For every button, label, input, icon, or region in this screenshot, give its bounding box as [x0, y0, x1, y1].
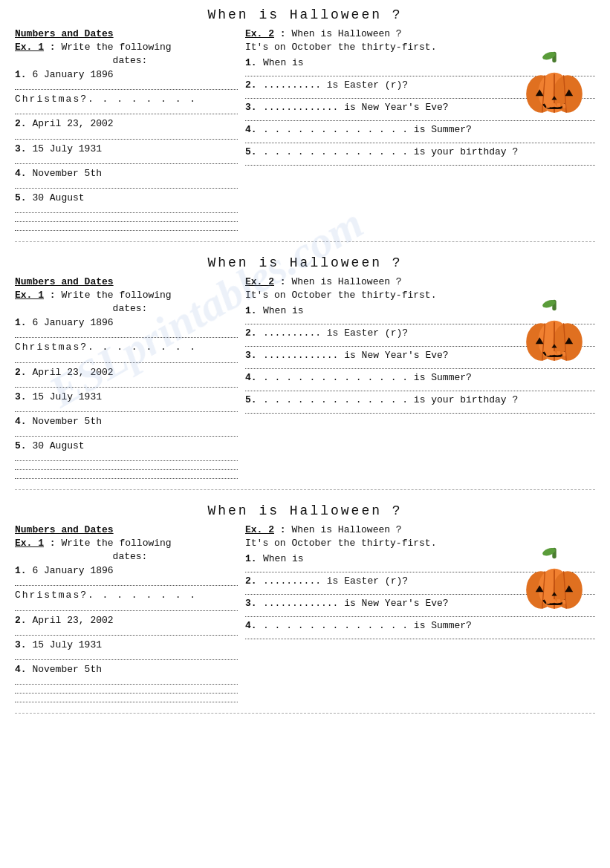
section-title: When is Halloween ? [15, 7, 595, 22]
dotted-line [15, 158, 238, 164]
section-2: When is Halloween ? Numbers and Dates Ex… [15, 255, 595, 490]
item-number: 4. [245, 124, 260, 135]
extra-text: Christmas?. . . . . . . . [15, 589, 238, 602]
item-number: 2. [245, 79, 260, 91]
ex2-label: Ex. 2 : When is Halloween ? [245, 276, 595, 287]
two-column-layout: Numbers and Dates Ex. 1 : Write the foll… [15, 276, 595, 482]
pumpkin-image [521, 298, 588, 375]
item-text: ............. is New Year's Eve? [263, 350, 449, 361]
list-item: 4. November 5th [15, 167, 238, 180]
dotted-line [15, 455, 238, 461]
svg-rect-41 [546, 600, 550, 604]
dotted-line [15, 580, 238, 586]
dotted-line [245, 137, 595, 143]
ex1-label: Ex. 1 : Write the following [15, 290, 238, 301]
item-text: . . . . . . . . . . . . . is your birthd… [263, 146, 518, 157]
numbers-dates-header: Numbers and Dates [15, 276, 238, 287]
list-item: 3. 15 July 1931 [15, 391, 238, 404]
pumpkin-image [521, 50, 588, 127]
list-item: 1. 6 January 1896 [15, 564, 238, 578]
item-text: . . . . . . . . . . . . . is Summer? [263, 124, 472, 135]
list-item: 5. 30 August [15, 440, 238, 453]
item-text: .......... is Easter (r)? [263, 575, 408, 587]
ex1-text: Write the following [61, 290, 171, 301]
dotted-line [15, 605, 238, 611]
extra-dotted [15, 216, 238, 222]
dotted-line [15, 332, 238, 338]
item-text: When is [263, 553, 304, 564]
list-item: 5. 30 August [15, 192, 238, 205]
list-item: 3. 15 July 1931 [15, 639, 238, 652]
item-text: ............. is New Year's Eve? [263, 102, 449, 113]
right-list-item: 5. . . . . . . . . . . . . . is your bir… [245, 394, 595, 405]
list-item: 2. April 23, 2002 [15, 117, 238, 131]
item-number: 1. [245, 305, 260, 316]
left-column: Numbers and Dates Ex. 1 : Write the foll… [15, 28, 238, 234]
svg-rect-13 [557, 103, 561, 107]
dates-label: dates: [22, 55, 238, 66]
item-number: 3. [245, 102, 260, 113]
ex2-text: When is Halloween ? [291, 276, 401, 287]
section-title: When is Halloween ? [15, 503, 595, 518]
item-number: 3. [245, 598, 260, 609]
dotted-line [15, 357, 238, 363]
item-number: 1. [245, 553, 260, 564]
dates-label: dates: [22, 551, 238, 562]
item-text: .......... is Easter (r)? [263, 327, 408, 339]
ex2-text: When is Halloween ? [291, 524, 401, 535]
section-title: When is Halloween ? [15, 255, 595, 270]
list-item: 4. November 5th [15, 415, 238, 428]
numbers-dates-header: Numbers and Dates [15, 524, 238, 535]
extra-dotted2 [15, 473, 238, 479]
ex1-label: Ex. 1 : Write the following [15, 538, 238, 549]
extra-text: Christmas?. . . . . . . . [15, 341, 238, 354]
svg-rect-29 [562, 352, 566, 356]
list-item: 2. April 23, 2002 [15, 614, 238, 627]
pumpkin-image [521, 546, 588, 623]
left-column: Numbers and Dates Ex. 1 : Write the foll… [15, 524, 238, 705]
ex1-text: Write the following [61, 538, 171, 549]
extra-dotted [15, 688, 238, 694]
dotted-line [15, 382, 238, 388]
ex1-label: Ex. 1 : Write the following [15, 42, 238, 53]
dotted-line [245, 408, 595, 414]
list-item: 1. 6 January 1896 [15, 316, 238, 330]
svg-rect-14 [562, 104, 566, 108]
item-number: 2. [245, 327, 260, 339]
two-column-layout: Numbers and Dates Ex. 1 : Write the foll… [15, 28, 595, 234]
dotted-line [15, 134, 238, 140]
svg-rect-12 [551, 103, 555, 107]
dotted-line [15, 207, 238, 213]
section-3: When is Halloween ? Numbers and Dates Ex… [15, 503, 595, 714]
svg-rect-11 [546, 104, 550, 108]
numbers-dates-header: Numbers and Dates [15, 28, 238, 39]
dotted-line [15, 108, 238, 114]
item-number: 5. [245, 394, 260, 405]
item-number: 4. [245, 620, 260, 631]
list-item: 4. November 5th [15, 663, 238, 676]
svg-rect-43 [557, 599, 561, 603]
list-item: 2. April 23, 2002 [15, 366, 238, 379]
item-text: When is [263, 305, 304, 316]
dotted-line [15, 84, 238, 90]
item-text: . . . . . . . . . . . . . is your birthd… [263, 394, 518, 405]
item-number: 2. [245, 575, 260, 587]
dotted-line [245, 160, 595, 166]
extra-dotted2 [15, 696, 238, 702]
item-number: 4. [245, 372, 260, 383]
item-text: When is [263, 57, 304, 68]
list-item: 1. 6 January 1896 [15, 68, 238, 82]
dotted-line [15, 630, 238, 636]
item-number: 1. [245, 57, 260, 68]
dotted-line [15, 183, 238, 189]
svg-rect-27 [551, 351, 555, 355]
extra-dotted2 [15, 225, 238, 231]
dotted-line [15, 431, 238, 437]
section-1: When is Halloween ? Numbers and Dates Ex… [15, 7, 595, 242]
item-text: . . . . . . . . . . . . . is Summer? [263, 620, 472, 631]
item-text: ............. is New Year's Eve? [263, 598, 449, 609]
list-item: 3. 15 July 1931 [15, 143, 238, 156]
left-column: Numbers and Dates Ex. 1 : Write the foll… [15, 276, 238, 482]
dotted-line [245, 633, 595, 639]
item-text: . . . . . . . . . . . . . is Summer? [263, 372, 472, 383]
